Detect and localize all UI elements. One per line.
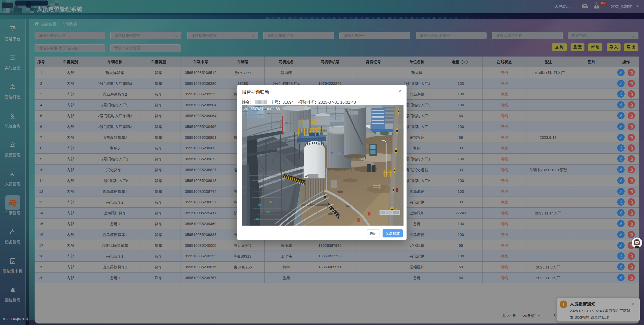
svg-text:2025/07/31 16:02:58: 2025/07/31 16:02:58 <box>244 106 280 111</box>
